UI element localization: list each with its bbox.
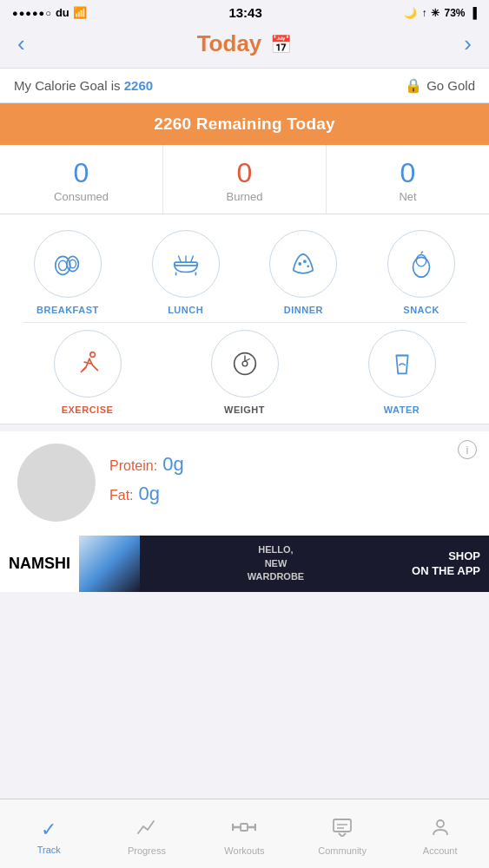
weight-button[interactable]: WEIGHT [211, 330, 279, 415]
protein-row: Protein: 0g [109, 453, 472, 476]
date-header: ‹ Today 📅 › [0, 23, 489, 68]
calorie-goal-prefix: My Calorie Goal is [14, 78, 124, 93]
tracking-row: EXERCISE WEIGHT [9, 330, 480, 415]
svg-point-24 [437, 820, 444, 827]
dinner-button[interactable]: DINNER [269, 230, 337, 315]
nav-community[interactable]: Community [294, 799, 392, 868]
progress-label: Progress [128, 845, 166, 856]
bottom-nav: ✓ Track Progress Workouts [0, 799, 489, 868]
water-button[interactable]: WATER [368, 330, 436, 415]
nutrition-section: i Protein: 0g Fat: 0g [0, 431, 489, 536]
calorie-goal-text: My Calorie Goal is 2260 [14, 78, 153, 93]
weight-label: WEIGHT [224, 404, 265, 415]
snack-circle [387, 230, 455, 298]
svg-point-12 [89, 352, 95, 358]
dinner-label: DINNER [284, 305, 323, 315]
protein-label: Protein: [109, 458, 157, 474]
water-label: WATER [384, 404, 420, 415]
battery-label: 73% [444, 7, 465, 19]
svg-point-2 [67, 256, 78, 271]
prev-day-button[interactable]: ‹ [17, 30, 25, 57]
exercise-button[interactable]: EXERCISE [54, 330, 122, 415]
lock-icon: 🔒 [405, 77, 422, 94]
snack-label: SNACK [403, 305, 439, 315]
status-left: ●●●●●○ du 📶 [12, 6, 87, 19]
next-day-button[interactable]: › [464, 30, 472, 57]
net-label: Net [334, 190, 482, 203]
workouts-icon [232, 818, 256, 842]
status-bar: ●●●●●○ du 📶 13:43 🌙 ↑ ✳ 73% ▐ [0, 0, 489, 23]
svg-point-10 [413, 257, 430, 277]
consumed-stat: 0 Consumed [0, 145, 163, 214]
ad-brand: NAMSHI [0, 536, 79, 592]
lunch-label: LUNCH [168, 305, 203, 315]
track-icon: ✓ [41, 819, 56, 841]
weight-circle [211, 330, 279, 398]
workouts-label: Workouts [224, 845, 264, 856]
avatar [17, 444, 96, 522]
time-display: 13:43 [228, 5, 261, 20]
svg-point-9 [307, 265, 310, 267]
dinner-circle [269, 230, 337, 298]
svg-point-11 [416, 255, 426, 266]
go-gold-label: Go Gold [426, 78, 475, 93]
snack-button[interactable]: SNACK [387, 230, 455, 315]
consumed-value: 0 [7, 159, 155, 187]
calorie-goal-row: My Calorie Goal is 2260 🔒 Go Gold [0, 68, 489, 103]
svg-point-14 [242, 361, 248, 366]
breakfast-circle [34, 230, 102, 298]
nav-track[interactable]: ✓ Track [0, 799, 98, 868]
moon-icon: 🌙 [404, 7, 417, 19]
nav-progress[interactable]: Progress [98, 799, 196, 868]
protein-value: 0g [162, 453, 183, 476]
wifi-icon: 📶 [73, 6, 87, 19]
burned-value: 0 [170, 159, 319, 187]
account-icon [431, 818, 450, 842]
bluetooth-icon: ✳ [431, 7, 439, 19]
lunch-button[interactable]: LUNCH [152, 230, 220, 315]
net-value: 0 [334, 159, 482, 187]
community-label: Community [318, 845, 367, 856]
svg-point-8 [303, 260, 307, 263]
breakfast-label: BREAKFAST [36, 305, 99, 315]
consumed-label: Consumed [7, 190, 155, 203]
nav-account[interactable]: Account [391, 799, 489, 868]
signal-dots: ●●●●●○ [12, 8, 52, 18]
meal-section: BREAKFAST LUNCH [0, 214, 489, 424]
ad-image [79, 536, 140, 592]
meal-row: BREAKFAST LUNCH [9, 230, 480, 315]
location-icon: ↑ [421, 7, 426, 19]
stats-row: 0 Consumed 0 Burned 0 Net [0, 145, 489, 214]
go-gold-button[interactable]: 🔒 Go Gold [405, 77, 475, 94]
fat-value: 0g [139, 483, 160, 505]
lunch-circle [152, 230, 220, 298]
nav-workouts[interactable]: Workouts [195, 799, 294, 868]
ad-banner[interactable]: NAMSHI HELLO,NEWWARDROBE SHOPON THE APP [0, 536, 489, 592]
account-label: Account [423, 845, 458, 856]
status-right: 🌙 ↑ ✳ 73% ▐ [404, 7, 477, 19]
calorie-goal-value: 2260 [124, 78, 153, 93]
net-stat: 0 Net [327, 145, 489, 214]
svg-point-1 [58, 260, 67, 270]
track-label: Track [37, 845, 61, 855]
exercise-label: EXERCISE [62, 404, 114, 415]
burned-label: Burned [170, 190, 319, 203]
today-label: Today [197, 30, 262, 57]
exercise-circle [54, 330, 122, 398]
svg-rect-4 [174, 262, 197, 266]
water-circle [368, 330, 436, 398]
ad-text: HELLO,NEWWARDROBE [140, 543, 412, 583]
calendar-icon[interactable]: 📅 [270, 34, 292, 55]
ad-cta: SHOPON THE APP [412, 549, 489, 579]
burned-stat: 0 Burned [163, 145, 327, 214]
community-icon [332, 818, 353, 842]
fat-label: Fat: [109, 488, 134, 503]
fat-row: Fat: 0g [109, 483, 472, 505]
breakfast-button[interactable]: BREAKFAST [34, 230, 102, 315]
nutrition-values: Protein: 0g Fat: 0g [109, 453, 472, 512]
remaining-text: 2260 Remaining Today [154, 115, 335, 133]
section-divider [23, 322, 466, 323]
progress-icon [136, 818, 157, 842]
carrier-label: du [56, 6, 69, 19]
info-button[interactable]: i [458, 440, 477, 459]
